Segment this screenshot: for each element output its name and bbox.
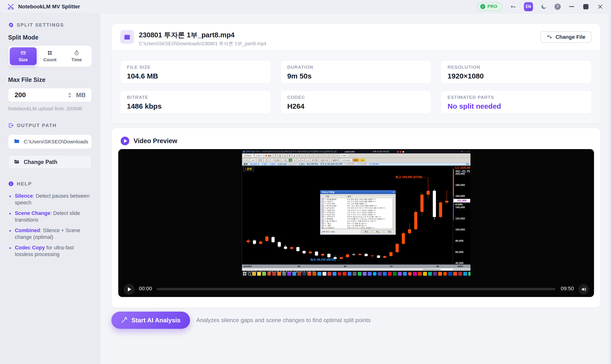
upload-limit-hint: NotebookLM upload limit: 200MB	[8, 106, 92, 112]
drive-icon	[20, 50, 26, 56]
taskbar-app-icon	[443, 272, 447, 276]
price-tick: 60,000	[455, 251, 464, 253]
taskbar-app-icon	[373, 272, 377, 276]
checkbox-icon	[322, 221, 324, 222]
main-content: 230801 투자론 1부_part8.mp4 C:\Users\SKSEO\D…	[100, 13, 611, 364]
play-button[interactable]	[123, 284, 134, 295]
app-title: NotebookLM MV Splitter	[18, 4, 80, 10]
split-mode-count[interactable]: Count	[37, 47, 64, 65]
date-tick: 05	[298, 265, 300, 268]
taskbar-app-icon	[358, 272, 361, 276]
output-path-title: OUTPUT PATH	[17, 123, 57, 128]
hts-toolbar-2: 1 X 1180-종목-주기-기간(분)-지표+%◂▸X 1초기화관심지표키움현…	[242, 158, 470, 162]
timer-icon	[74, 50, 80, 56]
key-icon[interactable]	[509, 3, 517, 10]
quote-token: 9.35%	[299, 163, 305, 165]
hts-app-icon	[243, 151, 245, 153]
window-scrollbar[interactable]	[609, 13, 611, 364]
export-icon	[8, 123, 14, 128]
price-tick: 160,000	[455, 195, 465, 197]
date-tick: 06	[344, 265, 346, 268]
hts-toolbar-chip: 5	[310, 154, 313, 157]
hts-toolbar-chip: 001570	[255, 154, 264, 157]
file-info-card: 230801 투자론 1부_part8.mp4 C:\Users\SKSEO\D…	[111, 24, 600, 124]
hts-toolbar-chip: 20	[319, 154, 323, 157]
hts-toolbar-chip: 60	[329, 154, 333, 157]
minimize-button[interactable]	[568, 3, 575, 10]
taskbar-app-icon	[403, 272, 407, 276]
chart-mini-toolbar	[453, 269, 470, 271]
split-mode-size[interactable]: Size	[10, 47, 37, 65]
video-player[interactable]: [0607] 멀티차트 - KOSPI200 외국인보유[2,900(천)] 주…	[118, 149, 594, 297]
file-header: 230801 투자론 1부_part8.mp4 C:\Users\SKSEO\D…	[112, 24, 600, 50]
hts-toolbar-chip: 10	[314, 154, 318, 157]
folder-open-icon	[14, 159, 20, 166]
hts-toolbar-chip: 매도	[359, 158, 366, 162]
titlebar-actions: ✓ PRO EN ?	[477, 2, 604, 11]
tool-icon	[324, 223, 326, 224]
hts-toolbar-chip: 07/600	[340, 154, 348, 157]
start-ai-analysis-button[interactable]: Start AI Analysis	[111, 312, 190, 329]
quote-token: -4.59%	[269, 163, 276, 165]
taskbar-app-icon	[332, 272, 336, 276]
split-mode-segmented: SizeCountTime	[8, 46, 92, 67]
video-preview-card: Video Preview [0607] 멀티차트 - KOSPI200 외국인…	[111, 128, 600, 308]
checkbox-icon	[322, 201, 324, 202]
tool-icon	[324, 216, 326, 218]
quote-token: 최우선 151,900 151,800	[320, 163, 342, 166]
play-circle-icon	[121, 137, 129, 145]
moon-icon[interactable]	[540, 3, 547, 10]
stat-tile: FILE SIZE104.6 MB	[120, 60, 271, 83]
quote-token: 5,427,162	[278, 163, 287, 165]
max-file-size-row: MB	[8, 88, 92, 102]
tool-icon	[324, 214, 326, 215]
hts-toolbar-chip: 주	[273, 154, 278, 157]
recording-controls	[397, 151, 404, 153]
checkbox-icon	[322, 211, 324, 213]
hts-toolbar-chip: 3	[306, 154, 309, 157]
close-button[interactable]	[597, 3, 604, 10]
change-file-label: Change File	[556, 34, 585, 40]
tool-icon	[324, 212, 326, 213]
maximize-button[interactable]	[582, 3, 589, 10]
magic-wand-icon	[121, 317, 128, 324]
hts-chart: 금양 최고 194,000 (07/26) → 최저 46,100 (05/30…	[242, 166, 470, 264]
dialog-selection-count: 선택 개수: 19개	[321, 231, 335, 233]
checkbox-icon	[322, 216, 324, 218]
help-icon[interactable]: ?	[555, 4, 561, 10]
duration-time: 09:50	[561, 286, 574, 292]
taskbar-app-icon	[428, 272, 432, 276]
dialog-titlebar: 차트도구편집✕	[320, 191, 396, 194]
app-brand: NotebookLM MV Splitter	[7, 3, 80, 10]
video-preview-header: Video Preview	[121, 137, 177, 145]
max-file-size-input[interactable]	[15, 91, 60, 99]
swap-arrows-icon	[547, 34, 552, 40]
split-mode-time[interactable]: Time	[63, 47, 90, 65]
checkbox-icon	[322, 203, 324, 205]
volume-button[interactable]	[578, 284, 589, 295]
change-file-button[interactable]: Change File	[540, 31, 592, 43]
gear-icon	[8, 22, 14, 28]
axis-range-bar-up	[453, 169, 454, 197]
output-path-box[interactable]: C:\Users\SKSEO\Downloads	[8, 134, 92, 149]
price-tick: 120,000	[455, 217, 465, 220]
change-path-button[interactable]: Change Path	[8, 155, 92, 169]
price-tick: 140,000	[455, 206, 465, 209]
film-icon	[120, 30, 134, 44]
taskbar-app-icon	[383, 272, 387, 276]
tool-icon	[324, 210, 326, 211]
chart-symbol-tag: 금양	[243, 167, 254, 171]
progress-bar[interactable]	[157, 288, 556, 290]
change-path-label: Change Path	[24, 159, 57, 165]
date-tick: 2023/03	[243, 265, 252, 268]
video-disclaimer: 참고자료이며, 서비스 이용에 따른 최종 책임은 이용자에게 있습니다	[243, 270, 315, 273]
hts-window-controls: 🗗 ─ ✕	[461, 151, 469, 153]
hts-toolbar-chip: ◂	[297, 158, 301, 162]
help-item: Silence: Detect pauses between speech	[8, 193, 91, 206]
taskbar-app-icon	[448, 272, 452, 276]
language-badge[interactable]: EN	[524, 2, 533, 11]
quote-token: 862,384백만	[307, 163, 319, 166]
stat-tile: ESTIMATED PARTSNo split needed	[441, 91, 592, 113]
checkbox-icon	[322, 198, 324, 200]
stepper-icon[interactable]	[68, 93, 71, 98]
